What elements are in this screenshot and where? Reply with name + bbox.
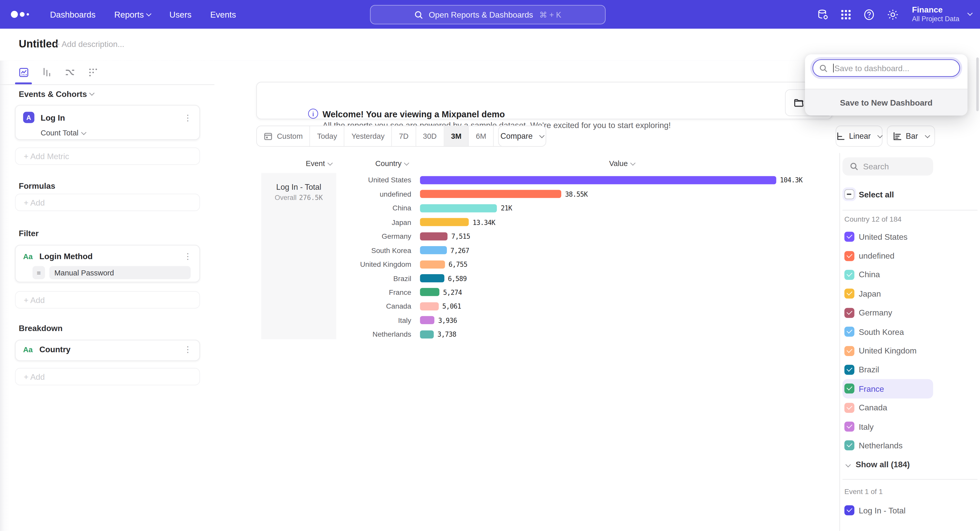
bar-france[interactable] [420,288,439,296]
select-all-row[interactable]: Select all [845,189,894,199]
column-header-value[interactable]: Value [609,159,635,168]
breakdown-kebab-icon[interactable]: ⋮ [184,346,192,353]
country-checkbox[interactable] [845,270,854,280]
mixpanel-logo-icon[interactable] [10,10,31,19]
apps-grid-icon[interactable] [841,9,851,20]
country-row-japan[interactable]: Japan [842,284,933,303]
range-6m[interactable]: 6M [469,126,494,146]
range-3m[interactable]: 3M [444,126,469,146]
country-checkbox[interactable] [845,441,854,451]
tab-flows-icon[interactable] [65,67,75,77]
country-row-brazil[interactable]: Brazil [842,360,933,379]
range-today[interactable]: Today [310,126,345,146]
help-icon[interactable] [863,8,875,21]
nav-item-dashboards[interactable]: Dashboards [50,10,95,19]
country-row-italy[interactable]: Italy [842,417,933,436]
country-row-south-korea[interactable]: South Korea [842,322,933,341]
report-type-tabs [0,61,215,85]
range-custom[interactable]: Custom [257,126,310,146]
bar-china[interactable] [420,204,497,212]
country-row-canada[interactable]: Canada [842,398,933,417]
column-header-event[interactable]: Event [306,159,332,168]
metric-card[interactable]: A Log In ⋮ Count Total [15,105,200,140]
country-row-netherlands[interactable]: Netherlands [842,436,933,455]
add-breakdown-button[interactable]: + Add [15,368,200,385]
add-description-button[interactable]: + Add description... [55,39,124,49]
range-30d[interactable]: 30D [416,126,444,146]
events-cohorts-label[interactable]: Events & Cohorts [19,89,94,99]
bar-category-label: undefined [336,190,411,198]
country-checkbox[interactable] [845,232,854,242]
country-checkbox[interactable] [845,403,854,413]
country-row-france[interactable]: France [842,379,933,398]
country-checkbox[interactable] [845,251,854,261]
filter-kebab-icon[interactable]: ⋮ [184,252,192,260]
data-management-icon[interactable] [817,8,829,21]
country-checkbox[interactable] [845,346,854,356]
country-label: Italy [859,422,873,431]
column-header-country[interactable]: Country [375,159,409,168]
event-series-checkbox[interactable] [845,505,854,515]
country-checkbox[interactable] [845,327,854,337]
show-all-button[interactable]: Show all (184) [846,460,910,469]
nav-item-reports[interactable]: Reports [115,10,151,19]
scrollbar-thumb[interactable] [976,57,979,111]
filter-value-field[interactable]: Manual Password [49,266,190,279]
save-to-new-dashboard-button[interactable]: Save to New Dashboard [805,89,967,116]
report-title[interactable]: Untitled [19,38,58,51]
country-checkbox[interactable] [845,365,854,375]
country-checkbox[interactable] [845,384,854,393]
country-row-united-states[interactable]: United States [842,227,933,246]
country-checkbox[interactable] [845,308,854,318]
tab-funnels-icon[interactable] [42,67,52,77]
country-checkbox[interactable] [845,289,854,299]
metric-kebab-icon[interactable]: ⋮ [184,113,192,121]
country-group-label: Country 12 of 184 [845,216,902,223]
bar-germany[interactable] [420,232,448,240]
tab-insights-icon[interactable] [19,67,29,77]
series-search-input[interactable]: Search [842,157,933,176]
metric-event-name[interactable]: Log In [41,113,184,122]
bar-brazil[interactable] [420,274,444,282]
compare-button[interactable]: Compare [498,125,546,147]
global-search-button[interactable]: Open Reports & Dashboards ⌘ + K [370,5,606,24]
bar-united-kingdom[interactable] [420,260,445,268]
breakdown-card[interactable]: Aa Country ⋮ [15,340,200,361]
settings-gear-icon[interactable] [887,8,899,21]
filter-property-name[interactable]: Login Method [39,252,184,261]
bar-united-states[interactable] [420,176,776,184]
country-checkbox[interactable] [845,422,854,431]
bar-south-korea[interactable] [420,246,447,254]
country-row-germany[interactable]: Germany [842,303,933,322]
select-all-checkbox[interactable] [845,189,854,199]
range-7d[interactable]: 7D [392,126,416,146]
country-row-china[interactable]: China [842,265,933,284]
add-filter-button[interactable]: + Add [15,291,200,309]
add-formula-button[interactable]: + Add [15,193,200,211]
chart-type-button[interactable]: Bar [887,125,935,147]
bar-japan[interactable] [420,218,469,226]
bar-row: Japan13.34K [336,215,803,229]
breakdown-property-name[interactable]: Country [39,345,184,354]
save-to-dashboard-input[interactable]: Save to dashboard... [813,59,960,77]
metric-aggregation-dropdown[interactable]: Count Total [41,128,192,137]
nav-item-events[interactable]: Events [210,10,236,19]
add-metric-button[interactable]: + Add Metric [15,147,200,165]
event-group-label: Event 1 of 1 [845,488,883,495]
metric-letter-badge: A [23,112,35,123]
country-row-united-kingdom[interactable]: United Kingdom [842,341,933,360]
bar-row: Brazil6,589 [336,271,803,285]
filter-operator-dropdown[interactable]: = [32,266,45,279]
bar-canada[interactable] [420,302,439,311]
tab-retention-icon[interactable] [88,67,98,77]
range-yesterday[interactable]: Yesterday [345,126,392,146]
nav-item-users[interactable]: Users [169,10,191,19]
bar-italy[interactable] [420,316,434,324]
project-switcher[interactable]: Finance All Project Data [912,6,972,23]
country-row-undefined[interactable]: undefined [842,246,933,265]
event-series-row[interactable]: Log In - Total [845,505,906,515]
scale-selector-button[interactable]: Linear [835,125,883,147]
filter-card[interactable]: Aa Login Method ⋮ = Manual Password [15,245,200,282]
bar-undefined[interactable] [420,190,562,198]
bar-netherlands[interactable] [420,330,434,338]
